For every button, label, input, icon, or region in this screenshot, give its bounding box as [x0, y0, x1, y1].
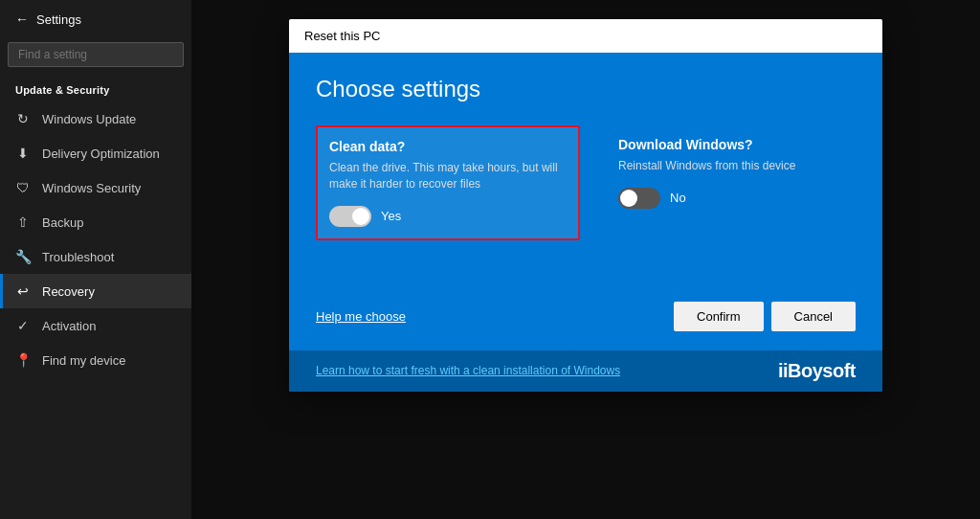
sidebar-item-label: Backup [42, 215, 83, 230]
clean-data-section: Clean data? Clean the drive. This may ta… [316, 125, 580, 240]
dialog-overlay: Reset this PC Choose settings Clean data… [191, 0, 980, 519]
options-row: Clean data? Clean the drive. This may ta… [316, 125, 856, 240]
sidebar-item-backup[interactable]: ⇧ Backup [0, 205, 191, 239]
sidebar-item-label: Troubleshoot [42, 250, 114, 264]
dialog-bottom-bar: Learn how to start fresh with a clean in… [289, 350, 882, 392]
download-windows-section: Download Windows? Reinstall Windows from… [618, 125, 856, 240]
recovery-icon: ↩ [15, 283, 31, 299]
sidebar-item-label: Windows Update [42, 112, 136, 126]
clean-data-toggle[interactable] [329, 206, 371, 227]
sidebar-item-label: Delivery Optimization [42, 147, 160, 161]
confirm-button[interactable]: Confirm [674, 302, 764, 331]
find-device-icon: 📍 [15, 352, 31, 368]
clean-data-toggle-knob [352, 208, 369, 225]
backup-icon: ⇧ [15, 214, 31, 230]
clean-data-description: Clean the drive. This may take hours, bu… [329, 160, 567, 192]
dialog-footer: Help me choose Confirm Cancel [289, 286, 882, 350]
sidebar-item-delivery-optimization[interactable]: ⬇ Delivery Optimization [0, 136, 191, 170]
cancel-button[interactable]: Cancel [771, 302, 856, 331]
download-windows-toggle[interactable] [618, 188, 660, 209]
sidebar-item-activation[interactable]: ✓ Activation [0, 308, 191, 343]
sidebar-item-label: Find my device [42, 353, 125, 368]
sidebar-item-find-device[interactable]: 📍 Find my device [0, 343, 191, 377]
windows-update-icon: ↻ [15, 111, 31, 126]
download-windows-toggle-row: No [618, 188, 856, 209]
sidebar-item-label: Windows Security [42, 181, 141, 195]
app-title: Settings [36, 12, 81, 27]
dialog-buttons: Confirm Cancel [674, 302, 856, 331]
dialog-main-title: Choose settings [316, 76, 856, 102]
clean-data-toggle-label: Yes [381, 209, 401, 223]
help-link[interactable]: Help me choose [316, 309, 406, 324]
search-input[interactable] [8, 42, 184, 67]
windows-security-icon: 🛡 [15, 180, 31, 195]
sidebar-item-label: Recovery [42, 284, 95, 299]
clean-data-title: Clean data? [329, 139, 567, 154]
sidebar-item-windows-update[interactable]: ↻ Windows Update [0, 102, 191, 136]
dialog-title: Reset this PC [304, 29, 380, 43]
reset-pc-dialog: Reset this PC Choose settings Clean data… [289, 19, 882, 392]
sidebar: ← Settings Update & Security ↻ Windows U… [0, 0, 191, 519]
brand-logo: iiBoysoft [778, 360, 856, 382]
back-button[interactable]: ← [15, 11, 29, 27]
troubleshoot-icon: 🔧 [15, 249, 31, 264]
dialog-titlebar: Reset this PC [289, 19, 882, 53]
dialog-body: Choose settings Clean data? Clean the dr… [289, 53, 882, 286]
main-content: Reset this PC Choose settings Clean data… [191, 0, 980, 519]
sidebar-item-label: Activation [42, 319, 96, 333]
sidebar-item-windows-security[interactable]: 🛡 Windows Security [0, 170, 191, 205]
sidebar-item-recovery[interactable]: ↩ Recovery [0, 274, 191, 308]
clean-data-toggle-row: Yes [329, 206, 567, 227]
activation-icon: ✓ [15, 318, 31, 333]
sidebar-header: ← Settings [0, 0, 191, 38]
download-windows-description: Reinstall Windows from this device [618, 158, 856, 174]
brand-name: iBoysoft [783, 360, 856, 381]
bottom-link[interactable]: Learn how to start fresh with a clean in… [316, 364, 620, 377]
download-windows-toggle-knob [620, 190, 637, 207]
download-windows-title: Download Windows? [618, 137, 856, 152]
download-windows-toggle-label: No [670, 191, 686, 205]
sidebar-item-troubleshoot[interactable]: 🔧 Troubleshoot [0, 239, 191, 274]
delivery-optimization-icon: ⬇ [15, 146, 31, 161]
section-label: Update & Security [0, 75, 191, 102]
